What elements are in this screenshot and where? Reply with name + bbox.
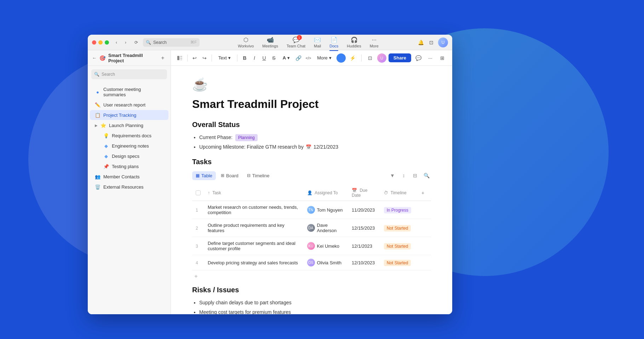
header-checkbox[interactable] bbox=[196, 190, 201, 195]
row4-task[interactable]: Develop pricing strategy and sales forec… bbox=[204, 255, 304, 270]
share-button[interactable]: Share bbox=[389, 53, 411, 62]
sidebar-back-button[interactable]: ← bbox=[92, 55, 97, 61]
sidebar-toggle-button[interactable] bbox=[176, 53, 184, 63]
redo-button[interactable]: ↪ bbox=[201, 53, 208, 63]
link-button[interactable]: 🔗 bbox=[295, 53, 303, 63]
sidebar-item-launch-planning[interactable]: ▶ ⭐ Launch Planning bbox=[90, 120, 168, 130]
svg-rect-2 bbox=[180, 58, 182, 59]
close-button[interactable] bbox=[92, 40, 96, 45]
sidebar-item-requirements[interactable]: 💡 Requirements docs bbox=[100, 131, 168, 140]
user-avatar[interactable]: U bbox=[438, 38, 448, 47]
row2-avatar: DA bbox=[307, 224, 315, 232]
customer-meeting-icon: ● bbox=[95, 89, 100, 95]
titlebar: ‹ › ⟳ 🔍 Search ⌘F ⬡ Workvivo 📹 Meetings … bbox=[88, 35, 452, 50]
toolbar-sep-3 bbox=[237, 54, 237, 62]
row2-status: Not Started bbox=[380, 219, 415, 237]
strikethrough-button[interactable]: S bbox=[270, 53, 278, 63]
bold-button[interactable]: B bbox=[241, 53, 249, 63]
refresh-button[interactable]: ⟳ bbox=[132, 39, 140, 46]
row3-assignee: KU Kei Umeko bbox=[304, 237, 349, 255]
code-button[interactable]: </> bbox=[305, 53, 312, 63]
nav-item-meetings[interactable]: 📹 Meetings bbox=[262, 36, 278, 48]
tasks-table: ↑ Task 👤 Assigned To 📅 Due Date bbox=[192, 185, 431, 270]
main-content: ↩ ↪ Text ▾ B I U S A ▾ 🔗 </> M bbox=[171, 50, 452, 314]
undo-button[interactable]: ↩ bbox=[191, 53, 199, 63]
row1-num: 1 bbox=[192, 201, 204, 219]
row2-task[interactable]: Outline product requirements and key fea… bbox=[204, 219, 304, 237]
sidebar-item-external-resources[interactable]: 🗑️ External Resources bbox=[90, 182, 168, 192]
add-row-button[interactable]: + bbox=[192, 272, 200, 280]
timeline-col-label: Timeline bbox=[391, 190, 407, 195]
task-filter-button[interactable]: ▼ bbox=[388, 171, 397, 180]
row1-status: In Progress bbox=[380, 201, 415, 219]
accent-color-button[interactable] bbox=[337, 53, 346, 63]
nav-item-workvivo[interactable]: ⬡ Workvivo bbox=[238, 36, 254, 48]
underline-button[interactable]: U bbox=[260, 53, 268, 63]
sidebar-add-button[interactable]: + bbox=[159, 54, 166, 62]
sidebar-item-testing[interactable]: 📌 Testing plans bbox=[100, 161, 168, 171]
nav-item-docs[interactable]: 📄 Docs bbox=[329, 36, 338, 48]
notifications-button[interactable]: 🔔 bbox=[417, 39, 425, 46]
row1-task[interactable]: Market research on customer needs, trend… bbox=[204, 201, 304, 219]
screen-share-button[interactable]: ⊡ bbox=[365, 53, 375, 63]
more-button[interactable]: More ▾ bbox=[314, 54, 334, 62]
meetings-icon: 📹 bbox=[267, 36, 274, 43]
doc-title[interactable]: Smart Treadmill Project bbox=[192, 98, 431, 111]
maximize-button[interactable] bbox=[105, 40, 109, 45]
sidebar-search[interactable]: 🔍 Search bbox=[91, 69, 167, 79]
panels-button[interactable]: ⊡ bbox=[427, 39, 435, 46]
doc-content: ☕ Smart Treadmill Project Overall Status… bbox=[171, 66, 452, 314]
task-columns-button[interactable]: ⊟ bbox=[410, 171, 420, 180]
nav-item-huddles[interactable]: 🎧 Huddles bbox=[347, 36, 361, 48]
editor-toolbar: ↩ ↪ Text ▾ B I U S A ▾ 🔗 </> M bbox=[171, 50, 452, 66]
minimize-button[interactable] bbox=[98, 40, 103, 45]
sidebar-item-design-specs[interactable]: ◆ Design specs bbox=[100, 151, 168, 161]
expand-icon[interactable]: ▶ bbox=[95, 123, 98, 127]
sidebar-item-engineering[interactable]: ◆ Engineering notes bbox=[100, 141, 168, 151]
filter-button[interactable]: ⚡ bbox=[348, 53, 358, 63]
row3-num: 3 bbox=[192, 237, 204, 255]
due-date-col-icon: 📅 bbox=[352, 188, 357, 193]
sidebar-item-customer-meeting[interactable]: ● Customer meeting summaries bbox=[90, 85, 168, 99]
overall-status-title: Overall Status bbox=[192, 121, 431, 129]
back-button[interactable]: ‹ bbox=[113, 39, 120, 46]
nav-item-mail[interactable]: ✉️ Mail bbox=[314, 36, 321, 48]
add-column-button[interactable]: + bbox=[418, 188, 427, 197]
tab-timeline[interactable]: ⊟ Timeline bbox=[243, 171, 273, 180]
table-row: 3 Define target customer segments and id… bbox=[192, 237, 431, 255]
huddles-icon: 🎧 bbox=[351, 36, 358, 43]
toolbar-user-initial: U bbox=[380, 56, 383, 60]
sidebar-nav: ● Customer meeting summaries ✏️ User res… bbox=[88, 83, 171, 314]
tab-table[interactable]: ▦ Table bbox=[192, 171, 216, 180]
launch-planning-children: 💡 Requirements docs ◆ Engineering notes … bbox=[88, 131, 171, 171]
search-icon: 🔍 bbox=[146, 40, 151, 45]
toolbar-sep-4 bbox=[361, 54, 362, 62]
sidebar-item-member-contacts[interactable]: 👥 Member Contacts bbox=[90, 172, 168, 182]
more-label: More bbox=[370, 44, 379, 48]
forward-button[interactable]: › bbox=[122, 39, 130, 46]
font-color-button[interactable]: A ▾ bbox=[280, 54, 293, 62]
timeline-col-icon: ⏱ bbox=[384, 190, 388, 195]
nav-item-teamchat[interactable]: 💬 1 Team Chat bbox=[287, 36, 305, 48]
row3-status-badge: Not Started bbox=[384, 243, 411, 249]
table-row: 4 Develop pricing strategy and sales for… bbox=[192, 255, 431, 270]
comment-button[interactable]: 💬 bbox=[413, 53, 423, 63]
layout-button[interactable]: ⊞ bbox=[437, 53, 447, 63]
sidebar-item-project-tracking[interactable]: 📋 Project Tracking bbox=[90, 110, 168, 120]
launch-planning-label: Launch Planning bbox=[109, 123, 163, 128]
row3-task[interactable]: Define target customer segments and idea… bbox=[204, 237, 304, 255]
row2-due-date: 12/15/2023 bbox=[348, 219, 380, 237]
row4-assignee-name: Olivia Smith bbox=[317, 260, 341, 265]
sidebar-item-user-research[interactable]: ✏️ User research report bbox=[90, 100, 168, 110]
task-search-button[interactable]: 🔍 bbox=[422, 171, 431, 180]
row4-status-badge: Not Started bbox=[384, 260, 411, 266]
italic-button[interactable]: I bbox=[251, 53, 258, 63]
titlebar-search[interactable]: 🔍 Search ⌘F bbox=[143, 38, 200, 47]
nav-item-more[interactable]: ··· More bbox=[370, 37, 379, 48]
teamchat-icon: 💬 1 bbox=[293, 36, 300, 43]
tab-board[interactable]: ⊞ Board bbox=[217, 171, 242, 180]
task-sort-button[interactable]: ↕ bbox=[399, 171, 408, 180]
risk-item-1: Supply chain delays due to part shortage… bbox=[199, 299, 431, 306]
text-style-button[interactable]: Text ▾ bbox=[215, 54, 234, 62]
more-actions-button[interactable]: ··· bbox=[425, 53, 435, 63]
